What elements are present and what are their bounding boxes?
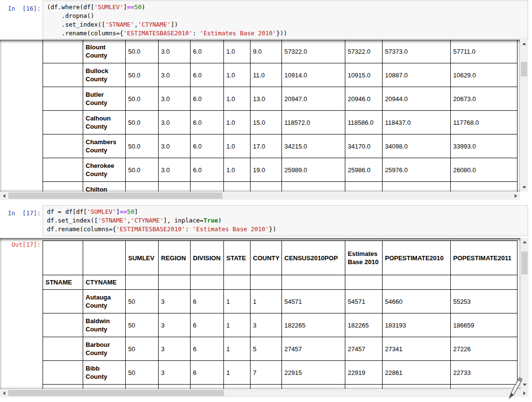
value-cell: 117768.0 bbox=[451, 111, 517, 134]
value-cell: 1.0 bbox=[224, 40, 251, 63]
value-cell: 3.0 bbox=[159, 40, 191, 63]
stname-cell bbox=[43, 158, 83, 182]
v-scrollbar-output17[interactable] bbox=[520, 238, 529, 389]
value-cell: 10914.0 bbox=[282, 63, 345, 87]
value-cell: 50 bbox=[126, 337, 159, 361]
value-cell: 10629.0 bbox=[451, 63, 517, 87]
value-cell: 183193 bbox=[383, 313, 451, 337]
table-row: Blount County50361957322573225737357711 bbox=[43, 385, 517, 389]
value-cell: 1.0 bbox=[224, 182, 251, 192]
stname-cell bbox=[43, 313, 83, 337]
h-scrollbar-output16[interactable] bbox=[0, 192, 520, 200]
scroll-up-button[interactable] bbox=[520, 238, 529, 246]
value-cell: 10887.0 bbox=[383, 63, 451, 87]
value-cell: 1 bbox=[224, 385, 251, 389]
triangle-left-icon bbox=[3, 391, 5, 395]
value-cell: 1 bbox=[224, 290, 251, 313]
value-cell: 13.0 bbox=[251, 87, 282, 111]
output-area-17: Out[17]: SUMLEVREGIONDIVISIONSTATECOUNTY… bbox=[0, 238, 532, 397]
value-cell: 1.0 bbox=[224, 111, 251, 134]
value-cell: 6 bbox=[191, 361, 224, 385]
value-cell: 182265 bbox=[282, 313, 345, 337]
value-cell: 54571 bbox=[345, 290, 383, 313]
code-line: df = df[df['SUMLEV']==50] bbox=[47, 208, 524, 216]
value-cell: 3.0 bbox=[159, 134, 191, 158]
value-cell: 3 bbox=[159, 290, 191, 313]
value-cell: 6 bbox=[191, 337, 224, 361]
value-cell: 6.0 bbox=[191, 111, 224, 134]
column-header: POPESTIMATE2010 bbox=[383, 241, 451, 275]
code-editor-16[interactable]: (df.where(df['SUMLEV']==50) .dropna() .s… bbox=[43, 0, 528, 39]
triangle-down-icon bbox=[522, 186, 526, 189]
v-scroll-thumb[interactable] bbox=[521, 252, 528, 274]
v-scroll-thumb[interactable] bbox=[521, 62, 527, 76]
index-header bbox=[126, 275, 159, 290]
value-cell: 43643.0 bbox=[345, 182, 383, 192]
scroll-left-button[interactable] bbox=[0, 389, 8, 397]
value-cell: 54660 bbox=[383, 290, 451, 313]
h-scrollbar-output17[interactable] bbox=[0, 389, 529, 397]
value-cell: 6.0 bbox=[191, 134, 224, 158]
value-cell: 10915.0 bbox=[345, 63, 383, 87]
v-scrollbar-output16[interactable] bbox=[520, 40, 528, 192]
scroll-down-button[interactable] bbox=[520, 183, 528, 192]
index-header bbox=[345, 275, 383, 290]
value-cell: 50.0 bbox=[126, 158, 159, 182]
value-cell: 3 bbox=[159, 313, 191, 337]
value-cell: 27457 bbox=[345, 337, 383, 361]
value-cell: 50.0 bbox=[126, 134, 159, 158]
value-cell: 20944.0 bbox=[383, 87, 451, 111]
value-cell: 11.0 bbox=[251, 63, 282, 87]
value-cell: 17.0 bbox=[251, 134, 282, 158]
value-cell: 6.0 bbox=[191, 87, 224, 111]
value-cell: 7 bbox=[251, 361, 282, 385]
value-cell: 1 bbox=[224, 313, 251, 337]
triangle-right-icon bbox=[523, 391, 526, 395]
table-row: Blount County50.03.06.01.09.057322.05732… bbox=[43, 40, 517, 63]
index-header bbox=[191, 275, 224, 290]
h-scroll-thumb[interactable] bbox=[8, 193, 222, 199]
pencil-cursor-icon bbox=[506, 376, 522, 400]
column-header: REGION bbox=[159, 241, 191, 275]
dataframe-table: Blount County50.03.06.01.09.057322.05732… bbox=[43, 40, 517, 192]
stname-cell bbox=[43, 385, 83, 389]
value-cell: 3.0 bbox=[159, 158, 191, 182]
value-cell: 50.0 bbox=[126, 40, 159, 63]
triangle-right-icon bbox=[515, 194, 517, 198]
table-row: Bibb County50361722915229192286122733 bbox=[43, 361, 517, 385]
value-cell: 22919 bbox=[345, 361, 383, 385]
value-cell: 34098.0 bbox=[383, 134, 451, 158]
ctyname-cell: Bibb County bbox=[83, 361, 126, 385]
value-cell: 27341 bbox=[383, 337, 451, 361]
value-cell: 3 bbox=[159, 337, 191, 361]
code-editor-17[interactable]: df = df[df['SUMLEV']==50]df.set_index(['… bbox=[43, 205, 528, 236]
table-row: Bullock County50.03.06.01.011.010914.010… bbox=[43, 63, 517, 87]
stname-cell bbox=[43, 290, 83, 313]
ctyname-cell: Chilton County bbox=[83, 182, 126, 192]
table-row: Chilton County50.03.06.01.021.043643.043… bbox=[43, 182, 517, 192]
scroll-left-button[interactable] bbox=[0, 192, 8, 200]
value-cell: 50 bbox=[126, 290, 159, 313]
value-cell: 3 bbox=[251, 313, 282, 337]
value-cell: 1.0 bbox=[224, 63, 251, 87]
scroll-up-button[interactable] bbox=[520, 40, 528, 48]
value-cell: 118572.0 bbox=[282, 111, 345, 134]
value-cell: 50.0 bbox=[126, 111, 159, 134]
h-scroll-thumb[interactable] bbox=[8, 390, 224, 396]
stname-cell bbox=[43, 111, 83, 134]
value-cell: 182265 bbox=[345, 313, 383, 337]
value-cell: 1.0 bbox=[224, 158, 251, 182]
value-cell: 27457 bbox=[282, 337, 345, 361]
value-cell: 57322 bbox=[282, 385, 345, 389]
value-cell: 55253 bbox=[451, 290, 517, 313]
scroll-right-button[interactable] bbox=[512, 192, 520, 200]
value-cell: 3.0 bbox=[159, 111, 191, 134]
ctyname-cell: Baldwin County bbox=[83, 313, 126, 337]
value-cell: 3 bbox=[159, 385, 191, 389]
value-cell: 43655.0 bbox=[383, 182, 451, 192]
value-cell: 1 bbox=[224, 361, 251, 385]
value-cell: 1 bbox=[224, 337, 251, 361]
code-line: df.rename(columns={'ESTIMATESBASE2010': … bbox=[47, 225, 524, 234]
index-header: CTYNAME bbox=[83, 275, 126, 290]
value-cell: 43734.0 bbox=[451, 182, 517, 192]
